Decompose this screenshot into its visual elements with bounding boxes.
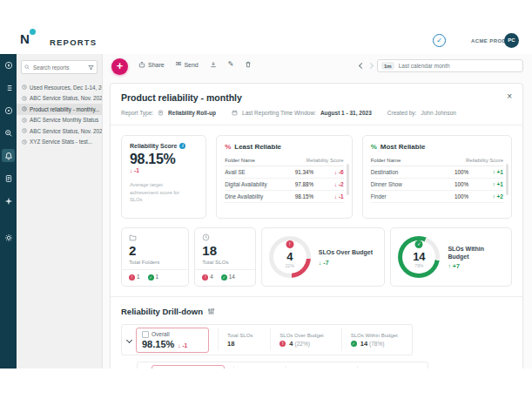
rail-integrations-icon[interactable] bbox=[2, 194, 15, 207]
rail-catalog-icon[interactable] bbox=[2, 81, 15, 94]
overall-namebox[interactable]: Overall 98.15% -1 bbox=[136, 328, 209, 353]
report-title: Product reliability - monthly bbox=[121, 92, 242, 103]
time-range-select[interactable]: 1m Last calendar month bbox=[377, 59, 523, 72]
window-label: Last Reporting Time Window: bbox=[242, 110, 316, 116]
stats-row: 2 Total Folders 1 1 18 Total SLOs 4 1 bbox=[121, 227, 512, 287]
rail-slo-icon[interactable] bbox=[2, 104, 15, 117]
rail-search-icon[interactable] bbox=[2, 126, 15, 139]
next-period-icon[interactable] bbox=[367, 63, 374, 69]
folders-over-count: 1 bbox=[129, 274, 140, 281]
page-title: REPORTS bbox=[50, 37, 97, 47]
report-list-item-selected[interactable]: Product reliability - monthly... bbox=[17, 104, 102, 115]
over-budget-donut: 4 22% bbox=[269, 236, 311, 278]
report-list-item[interactable]: Used Resources, Dec 1-14, 2022 bbox=[17, 82, 102, 93]
alert-icon bbox=[129, 274, 135, 281]
toolbar: Share ✉ Send ✎ bbox=[138, 61, 252, 68]
within-budget-delta: +7 bbox=[448, 263, 504, 269]
edit-button[interactable]: ✎ bbox=[228, 61, 234, 68]
folder-name: Dinner Show bbox=[371, 181, 455, 187]
share-button[interactable]: Share bbox=[138, 61, 165, 68]
drilldown-title: Reliability Drill-down bbox=[121, 307, 203, 316]
delete-button[interactable] bbox=[245, 61, 252, 68]
report-search[interactable] bbox=[21, 60, 98, 74]
close-icon[interactable]: × bbox=[507, 92, 512, 101]
report-type-icon bbox=[158, 110, 164, 116]
report-item-label: ABC Service Monthly Status bbox=[30, 117, 98, 123]
report-list-item[interactable]: ABC Service Status, Nov. 2022 bbox=[17, 125, 102, 137]
within-budget-col: SLOs Within Budget 14(78%) bbox=[341, 328, 407, 351]
total-slos-col: Total SLOs 18 bbox=[218, 328, 261, 351]
share-icon bbox=[138, 61, 145, 68]
report-meta: Report Type: Reliability Roll-up Last Re… bbox=[121, 110, 512, 116]
report-type-label: Report Type: bbox=[121, 110, 153, 116]
folder-name: Destination bbox=[371, 169, 455, 175]
within-budget-col: SLOs Within Budget 14(78%) bbox=[357, 366, 422, 369]
over-budget-col: SLOs Over Budget 4(22%) bbox=[270, 328, 332, 351]
total-slos-label: Total SLOs bbox=[202, 259, 248, 265]
scrollbar[interactable] bbox=[506, 164, 508, 195]
api-availability-namebox[interactable]: Api Availability 98.15% -1 bbox=[152, 365, 225, 369]
logo-dot-icon bbox=[30, 29, 36, 35]
app-screen: N REPORTS ✓ ACME PROD PC bbox=[0, 0, 532, 399]
col-folder-name: Folder Name bbox=[225, 158, 306, 163]
table-row: Dine Availability 98.15% -1 bbox=[225, 191, 344, 203]
col-reliability-score: Reliability Score bbox=[306, 158, 344, 163]
report-item-icon bbox=[22, 118, 27, 123]
prev-period-icon[interactable] bbox=[359, 63, 365, 69]
checkbox[interactable] bbox=[142, 331, 149, 338]
summary-cards: Reliability Score i 98.15% -1 Average ta… bbox=[121, 135, 512, 219]
drilldown-name: Overall bbox=[152, 331, 170, 337]
folder-name: Digital Availability bbox=[225, 181, 295, 187]
report-item-label: XYZ Service Stats - test... bbox=[30, 139, 92, 145]
rail-alerts-icon[interactable] bbox=[2, 149, 15, 162]
report-item-label: Used Resources, Dec 1-14, 2022 bbox=[30, 85, 102, 91]
folders-within-count: 1 bbox=[148, 274, 159, 281]
clock-icon bbox=[202, 233, 210, 241]
search-input[interactable] bbox=[31, 64, 86, 71]
nav-rail bbox=[0, 54, 17, 369]
rail-reports-icon[interactable] bbox=[2, 172, 15, 185]
app-logo[interactable]: N bbox=[20, 31, 30, 46]
report-item-icon bbox=[22, 106, 27, 112]
avatar[interactable]: PC bbox=[504, 33, 519, 48]
alert-icon bbox=[286, 240, 293, 248]
report-item-label: Product reliability - monthly... bbox=[30, 106, 99, 112]
status-check-icon[interactable]: ✓ bbox=[433, 34, 446, 47]
within-budget-value: 14 bbox=[413, 251, 425, 262]
folder-score: 97.88% bbox=[295, 181, 325, 187]
range-badge: 1m bbox=[381, 62, 394, 70]
org-name[interactable]: ACME PROD bbox=[471, 38, 506, 44]
score-delta: -1 bbox=[130, 167, 198, 173]
sliders-icon[interactable] bbox=[207, 308, 215, 315]
ok-icon bbox=[221, 274, 227, 281]
drilldown-row-api-availability[interactable]: Api Availability 98.15% -1 Total SLOs 18… bbox=[137, 362, 428, 369]
slos-within-budget-card: 14 78% SLOs Within Budget +7 bbox=[390, 227, 512, 287]
download-button[interactable] bbox=[210, 61, 217, 68]
report-list-item[interactable]: XYZ Service Stats - test... bbox=[17, 137, 102, 148]
checkbox[interactable] bbox=[158, 369, 165, 369]
slos-over-budget-card: 4 22% SLOs Over Budget -7 bbox=[261, 227, 386, 287]
created-by-label: Created by: bbox=[387, 110, 417, 116]
report-list-item[interactable]: ABC Service Monthly Status bbox=[17, 115, 102, 126]
rail-dashboard-icon[interactable] bbox=[2, 58, 15, 71]
range-label: Last calendar month bbox=[399, 63, 450, 69]
folder-score: 100% bbox=[455, 181, 484, 187]
window-value: August 1 - 31, 2023 bbox=[320, 110, 372, 116]
send-button[interactable]: ✉ Send bbox=[176, 61, 199, 68]
table-row: Destination 100% +1 bbox=[371, 166, 503, 179]
folder-name: Avail SE bbox=[225, 169, 295, 175]
report-list-item[interactable]: ABC Service Status, Nov. 2022 bbox=[17, 93, 102, 105]
folder-score: 91.34% bbox=[295, 169, 325, 175]
percent-down-icon: % bbox=[225, 143, 231, 151]
scrollbar[interactable] bbox=[347, 164, 349, 195]
search-icon bbox=[24, 64, 30, 70]
rail-settings-icon[interactable] bbox=[2, 231, 15, 244]
time-navigation: 1m Last calendar month bbox=[360, 59, 523, 72]
create-report-button[interactable]: + bbox=[111, 58, 128, 75]
report-item-label: ABC Service Status, Nov. 2022 bbox=[30, 95, 102, 101]
filter-icon[interactable] bbox=[88, 64, 94, 71]
folder-delta: -2 bbox=[325, 181, 344, 187]
drilldown-row-overall[interactable]: Overall 98.15% -1 Total SLOs 18 SLOs Ove… bbox=[121, 324, 413, 355]
info-icon[interactable]: i bbox=[179, 143, 185, 149]
chevron-down-icon[interactable] bbox=[122, 338, 136, 342]
